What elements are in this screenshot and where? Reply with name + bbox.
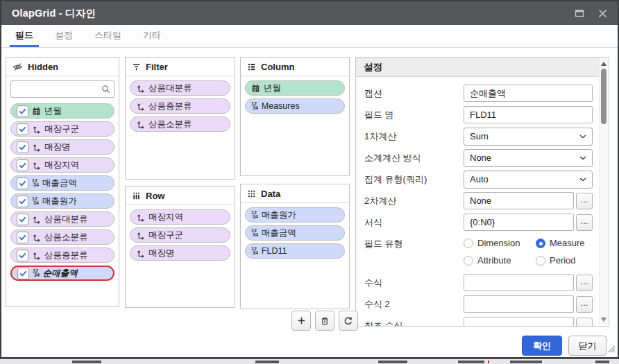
field-label: 매장지역 (44, 159, 79, 171)
dimension-icon (32, 125, 41, 134)
subtotal-method-select[interactable]: None (464, 149, 593, 167)
radio-dot[interactable] (464, 239, 473, 248)
row-icon (132, 191, 141, 200)
radio-dot[interactable] (464, 256, 473, 266)
radio-option-dimension[interactable]: Dimension (464, 238, 536, 248)
field-checkbox[interactable] (17, 214, 28, 225)
field-pill[interactable]: 매장명 (130, 245, 230, 261)
radio-option-period[interactable]: Period (536, 255, 593, 266)
scroll-down-icon[interactable] (601, 318, 607, 322)
field-checkbox[interactable] (17, 123, 28, 135)
scroll-up-icon[interactable] (601, 62, 607, 66)
tab-etc[interactable]: 기타 (137, 25, 167, 47)
field-label: 매장지역 (149, 211, 183, 223)
field-pill[interactable]: 1234매출금액 (10, 175, 115, 191)
panel-title: Hidden (28, 62, 58, 72)
maximize-button[interactable] (575, 9, 584, 17)
calc-2-control: ... (464, 192, 593, 209)
chevron-down-icon (579, 156, 586, 160)
radio-dot[interactable] (536, 239, 545, 248)
dimension-icon (32, 161, 41, 170)
settings-scrollbar[interactable] (599, 58, 608, 325)
close-dialog-button[interactable]: 닫기 (568, 336, 607, 356)
field-pill[interactable]: 상품대분류 (130, 80, 230, 96)
field-pill[interactable]: 년월 (245, 80, 345, 96)
field-pill[interactable]: 매장명 (10, 139, 115, 155)
settings-label: 필드 유형 (364, 238, 464, 250)
formula-2-ellipsis-button[interactable]: ... (576, 296, 593, 313)
radio-label: Period (550, 255, 576, 266)
settings-label: 2차계산 (364, 195, 464, 207)
field-name-input[interactable] (464, 106, 593, 123)
ref-formula-ellipsis-button[interactable]: ... (576, 318, 593, 327)
ok-button[interactable]: 확인 (522, 336, 562, 356)
field-checkbox[interactable] (17, 159, 28, 171)
field-pill[interactable]: 매장지역 (130, 209, 230, 225)
tab-style[interactable]: 스타일 (89, 25, 127, 47)
formula-2-input[interactable] (464, 295, 574, 313)
field-checkbox[interactable] (17, 250, 28, 261)
field-checkbox[interactable] (17, 177, 28, 189)
panel-settings: 설정 캡션필드 명1차계산Sum소계계산 방식None집계 유형(쿼리)Auto… (355, 57, 609, 327)
settings-label: 서식 (364, 216, 464, 229)
ref-formula-control: ... (464, 317, 593, 326)
calc-1-select[interactable]: Sum (464, 128, 593, 146)
radio-label: Measure (550, 238, 585, 248)
tab-settings[interactable]: 설정 (49, 25, 78, 47)
field-pill[interactable]: 1234Measures (245, 98, 345, 114)
dialog-titlebar[interactable]: OlapGrid - 디자인 (1, 1, 618, 25)
field-pill[interactable]: 상품중분류 (10, 248, 115, 263)
radio-dot[interactable] (536, 256, 545, 266)
format-input[interactable] (464, 214, 574, 231)
formula-input[interactable] (464, 274, 574, 291)
field-pill[interactable]: 상품소분류 (130, 116, 230, 132)
close-icon (598, 9, 607, 18)
settings-label: 필드 명 (364, 109, 464, 121)
row-field-list: 매장지역매장구군매장명 (126, 205, 235, 263)
radio-option-attribute[interactable]: Attribute (464, 255, 536, 266)
formula-ellipsis-button[interactable]: ... (576, 275, 593, 291)
field-pill[interactable]: 상품소분류 (10, 229, 115, 245)
close-button[interactable] (598, 9, 607, 18)
search-input[interactable] (10, 80, 115, 98)
calc-2-ellipsis-button[interactable]: ... (576, 193, 593, 209)
field-pill[interactable]: 1234매출원가 (245, 207, 345, 223)
settings-label: 1차계산 (364, 130, 464, 143)
radio-label: Attribute (477, 255, 511, 266)
dimension-icon (136, 102, 145, 111)
field-checkbox[interactable] (17, 141, 28, 153)
panel-title: Row (146, 191, 164, 201)
radio-option-measure[interactable]: Measure (536, 238, 593, 248)
field-pill[interactable]: 1234매출금액 (245, 225, 345, 241)
panel-filter-header: Filter (126, 58, 235, 76)
tab-fields[interactable]: 필드 (10, 25, 39, 47)
field-checkbox[interactable] (17, 196, 28, 207)
field-pill[interactable]: 매장지역 (10, 157, 115, 173)
caption-input[interactable] (464, 85, 593, 102)
field-label: 매출원가 (42, 196, 77, 207)
resize-grip[interactable] (608, 343, 616, 356)
field-pill[interactable]: 년월 (10, 103, 115, 119)
refresh-button[interactable] (339, 311, 358, 331)
add-field-button[interactable] (291, 311, 311, 331)
format-ellipsis-button[interactable]: ... (576, 214, 593, 231)
field-pill[interactable]: 1234매출원가 (10, 193, 115, 209)
field-type-control: DimensionMeasureAttributePeriod (464, 238, 593, 266)
field-pill[interactable]: 매장구군 (10, 121, 115, 137)
field-checkbox[interactable] (17, 105, 28, 117)
settings-row-calc-1: 1차계산Sum (364, 125, 593, 147)
field-name-control (464, 106, 593, 123)
field-pill[interactable]: 매장구군 (130, 227, 230, 243)
background-table-sliver (0, 358, 619, 364)
field-pill[interactable]: 1234순매출액 (10, 266, 115, 281)
delete-field-button[interactable] (315, 311, 334, 331)
scrollbar-thumb[interactable] (601, 69, 607, 124)
agg-type-query-select[interactable]: Auto (464, 171, 593, 189)
field-checkbox[interactable] (17, 232, 28, 243)
field-pill[interactable]: 1234FLD11 (245, 243, 345, 259)
calc-2-input[interactable] (464, 192, 574, 209)
field-pill[interactable]: 상품대분류 (10, 211, 115, 227)
ref-formula-input[interactable] (464, 317, 574, 326)
field-checkbox[interactable] (17, 268, 29, 279)
field-pill[interactable]: 상품중분류 (130, 98, 230, 114)
